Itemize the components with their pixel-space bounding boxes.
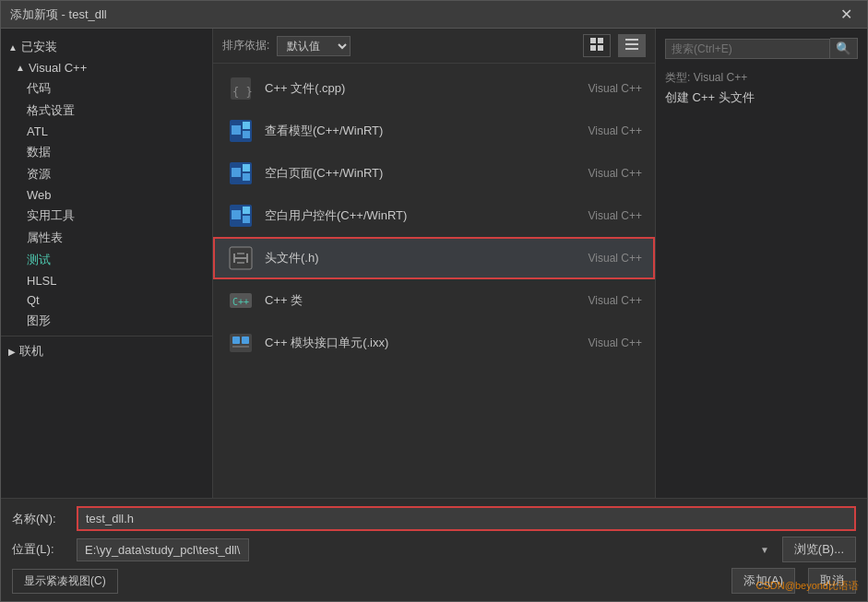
watermark: CSDN@beyond比语语 bbox=[756, 579, 859, 593]
cpp-class-icon: C++ bbox=[226, 286, 256, 315]
name-input[interactable] bbox=[77, 506, 856, 531]
sidebar-item-property[interactable]: 属性表 bbox=[1, 227, 212, 249]
sidebar-item-web[interactable]: Web bbox=[1, 185, 212, 205]
sidebar-item-graphics[interactable]: 图形 bbox=[1, 310, 212, 332]
svg-rect-18 bbox=[232, 210, 241, 219]
location-select[interactable]: E:\yy_data\study_pcl\test_dll\ bbox=[77, 538, 249, 561]
item-view-model[interactable]: 查看模型(C++/WinRT) Visual C++ bbox=[213, 110, 655, 152]
sidebar-separator bbox=[1, 336, 212, 336]
visual-cpp-label: Visual C++ bbox=[29, 61, 87, 75]
sidebar-item-data[interactable]: 数据 bbox=[1, 141, 212, 163]
item-blank-control-name: 空白用户控件(C++/WinRT) bbox=[265, 207, 568, 224]
item-view-model-name: 查看模型(C++/WinRT) bbox=[265, 123, 568, 139]
description-text: 创建 C++ 头文件 bbox=[665, 89, 858, 106]
item-cpp-class[interactable]: C++ C++ 类 Visual C++ bbox=[213, 279, 655, 322]
svg-rect-4 bbox=[625, 39, 638, 41]
item-header-file[interactable]: 头文件(.h) Visual C++ bbox=[213, 237, 655, 279]
location-select-wrapper: E:\yy_data\study_pcl\test_dll\ bbox=[77, 538, 777, 561]
name-row: 名称(N): bbox=[12, 506, 856, 531]
location-label: 位置(L): bbox=[12, 541, 77, 558]
right-panel: 🔍 类型: Visual C++ 创建 C++ 头文件 bbox=[655, 29, 867, 498]
installed-label: 已安装 bbox=[21, 39, 57, 55]
sidebar-item-atl[interactable]: ATL bbox=[1, 122, 212, 141]
location-row: 位置(L): E:\yy_data\study_pcl\test_dll\ 浏览… bbox=[12, 537, 856, 562]
sidebar-item-resource[interactable]: 资源 bbox=[1, 163, 212, 185]
browse-button[interactable]: 浏览(B)... bbox=[782, 537, 856, 562]
item-cpp-module[interactable]: C++ 模块接口单元(.ixx) Visual C++ bbox=[213, 322, 655, 364]
visual-cpp-arrow: ▲ bbox=[16, 63, 25, 73]
item-header-file-name: 头文件(.h) bbox=[265, 250, 568, 266]
sidebar-item-code[interactable]: 代码 bbox=[1, 77, 212, 100]
item-blank-control[interactable]: 空白用户控件(C++/WinRT) Visual C++ bbox=[213, 195, 655, 237]
svg-rect-11 bbox=[243, 122, 250, 129]
sidebar-item-test[interactable]: 测试 bbox=[1, 249, 212, 271]
sidebar-item-utility[interactable]: 实用工具 bbox=[1, 205, 212, 227]
center-toolbar: 排序依据: 默认值 名称 类型 bbox=[213, 29, 655, 64]
blank-control-icon bbox=[226, 201, 256, 230]
search-button[interactable]: 🔍 bbox=[830, 38, 858, 59]
items-list: { } C++ 文件(.cpp) Visual C++ bbox=[213, 64, 655, 498]
svg-rect-2 bbox=[590, 45, 596, 51]
svg-rect-14 bbox=[232, 168, 241, 177]
svg-rect-3 bbox=[598, 45, 603, 51]
item-cpp-file-category: Visual C++ bbox=[568, 82, 642, 95]
cpp-file-icon: { } bbox=[226, 74, 256, 103]
item-cpp-file-name: C++ 文件(.cpp) bbox=[265, 80, 568, 97]
item-cpp-file[interactable]: { } C++ 文件(.cpp) Visual C++ bbox=[213, 67, 655, 110]
item-cpp-module-name: C++ 模块接口单元(.ixx) bbox=[265, 335, 568, 351]
item-cpp-class-name: C++ 类 bbox=[265, 292, 568, 309]
bottom-panel: 名称(N): 位置(L): E:\yy_data\study_pcl\test_… bbox=[1, 498, 867, 601]
show-compact-button[interactable]: 显示紧凑视图(C) bbox=[12, 569, 118, 594]
svg-rect-31 bbox=[242, 336, 249, 344]
grid-view-button[interactable] bbox=[583, 34, 611, 57]
dialog-title: 添加新项 - test_dll bbox=[10, 6, 107, 23]
close-button[interactable]: ✕ bbox=[835, 4, 858, 25]
svg-rect-5 bbox=[625, 43, 638, 45]
item-blank-page-category: Visual C++ bbox=[568, 167, 642, 180]
svg-rect-1 bbox=[598, 38, 603, 43]
header-file-icon bbox=[226, 243, 256, 273]
item-blank-page[interactable]: 空白页面(C++/WinRT) Visual C++ bbox=[213, 152, 655, 195]
sort-label: 排序依据: bbox=[222, 38, 269, 53]
item-cpp-module-category: Visual C++ bbox=[568, 336, 642, 349]
sidebar-item-hlsl[interactable]: HLSL bbox=[1, 271, 212, 290]
installed-section-header[interactable]: ▲ 已安装 bbox=[1, 36, 212, 58]
sort-dropdown[interactable]: 默认值 名称 类型 bbox=[277, 36, 351, 56]
search-input[interactable] bbox=[665, 39, 830, 59]
list-view-button[interactable] bbox=[618, 34, 646, 57]
blank-page-icon bbox=[226, 159, 256, 188]
svg-rect-32 bbox=[232, 346, 249, 348]
main-content: ▲ 已安装 ▲ Visual C++ 代码 格式设置 ATL 数据 资源 Web… bbox=[1, 29, 867, 498]
connect-section-header[interactable]: ▶ 联机 bbox=[1, 340, 212, 362]
bottom-actions: 显示紧凑视图(C) 添加(A) 取消 bbox=[12, 568, 856, 594]
svg-text:C++: C++ bbox=[232, 297, 249, 307]
item-blank-page-name: 空白页面(C++/WinRT) bbox=[265, 165, 568, 182]
svg-rect-10 bbox=[232, 125, 241, 135]
search-area: 🔍 bbox=[665, 38, 858, 59]
item-view-model-category: Visual C++ bbox=[568, 124, 642, 137]
svg-rect-12 bbox=[243, 131, 250, 138]
sidebar-item-format[interactable]: 格式设置 bbox=[1, 100, 212, 122]
connect-label: 联机 bbox=[19, 343, 43, 360]
sidebar: ▲ 已安装 ▲ Visual C++ 代码 格式设置 ATL 数据 资源 Web… bbox=[1, 29, 213, 498]
item-header-file-category: Visual C++ bbox=[568, 252, 642, 265]
svg-rect-30 bbox=[232, 336, 240, 344]
cpp-module-icon bbox=[226, 328, 256, 358]
item-cpp-class-category: Visual C++ bbox=[568, 294, 642, 307]
svg-rect-15 bbox=[243, 164, 250, 171]
sidebar-item-qt[interactable]: Qt bbox=[1, 290, 212, 310]
installed-arrow: ▲ bbox=[8, 42, 18, 53]
add-new-item-dialog: 添加新项 - test_dll ✕ ▲ 已安装 ▲ Visual C++ 代码 … bbox=[0, 0, 868, 602]
svg-rect-16 bbox=[243, 173, 250, 181]
svg-rect-20 bbox=[243, 216, 250, 223]
visual-cpp-header[interactable]: ▲ Visual C++ bbox=[1, 58, 212, 77]
item-blank-control-category: Visual C++ bbox=[568, 209, 642, 222]
center-panel: 排序依据: 默认值 名称 类型 bbox=[213, 29, 655, 498]
view-model-icon bbox=[226, 116, 256, 146]
svg-rect-19 bbox=[243, 207, 250, 214]
svg-rect-6 bbox=[625, 48, 638, 50]
svg-text:{ }: { } bbox=[232, 86, 253, 99]
name-label: 名称(N): bbox=[12, 511, 77, 527]
connect-arrow: ▶ bbox=[8, 347, 16, 357]
type-label: 类型: Visual C++ bbox=[665, 70, 858, 86]
